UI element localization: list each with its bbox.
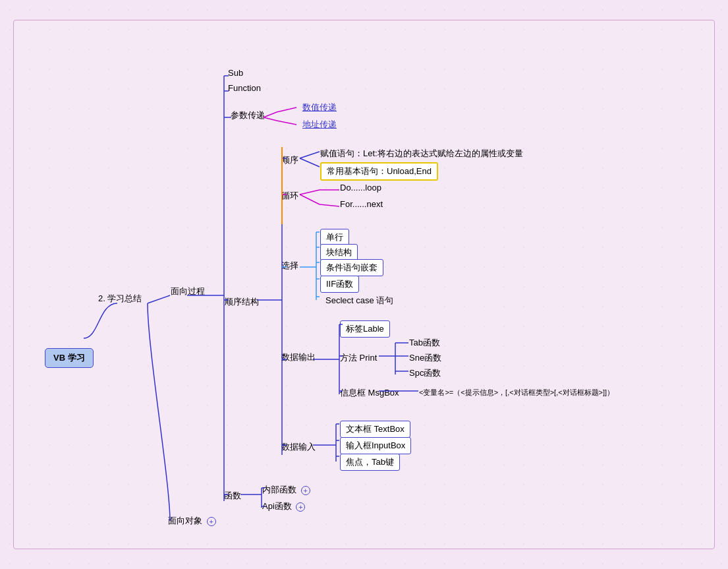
mian-xiang-duixiang-node: 面向对象 + <box>168 515 216 527</box>
select-case-label: Seclect case 语句 <box>320 293 399 309</box>
shuzhi-chuandi-node: 数值传递 <box>297 100 342 115</box>
mian-xiang-guocheng-label: 面向过程 <box>171 285 205 297</box>
neibu-hanshu-expand[interactable]: + <box>301 486 310 495</box>
xunhuan-label: 循环 <box>281 190 298 202</box>
changyong-yuju-label: 常用基本语句：Unload,End <box>320 162 438 181</box>
sub-node: Sub <box>228 68 243 78</box>
mian-xiang-duixiang-label: 面向对象 <box>168 515 202 527</box>
msgbox-label: 信息框 MsgBox <box>340 387 399 399</box>
jiaodian-tab-node: 焦点，Tab键 <box>340 454 400 471</box>
mian-xiang-guocheng-node: 面向过程 <box>171 285 205 297</box>
sne-hanshu-node: Sne函数 <box>409 352 441 364</box>
tab-hanshu-label: Tab函数 <box>409 337 440 349</box>
xuexi-zongjie-node: 2. 学习总结 <box>98 293 142 305</box>
hanshu-label: 函数 <box>224 490 241 502</box>
inputbox-node: 输入框InputBox <box>340 437 411 454</box>
shuju-shuchu-node: 数据输出 <box>281 351 316 363</box>
inputbox-label: 输入框InputBox <box>340 437 411 454</box>
for-next-label: For......next <box>340 199 383 209</box>
do-loop-label: Do......loop <box>340 183 381 193</box>
spc-hanshu-node: Spc函数 <box>409 367 441 379</box>
canshu-chuandi-node: 参数传递 <box>231 109 265 121</box>
xuexi-zongjie-label: 2. 学习总结 <box>98 293 142 305</box>
neibu-hanshu-label: 内部函数 <box>262 484 296 496</box>
msgbox-node: 信息框 MsgBox <box>340 387 399 399</box>
textbox-node: 文本框 TextBox <box>340 421 410 438</box>
shuzhi-chuandi-label: 数值传递 <box>297 100 342 115</box>
shunxu-label: 顺序 <box>281 154 298 166</box>
canshu-chuandi-label: 参数传递 <box>231 109 265 121</box>
sne-hanshu-label: Sne函数 <box>409 352 441 364</box>
jiaodian-tab-label: 焦点，Tab键 <box>340 454 400 471</box>
shunxu-jiegou-label: 顺序结构 <box>225 296 259 308</box>
root-label: VB 学习 <box>45 348 94 368</box>
xunhuan-node: 循环 <box>281 190 298 202</box>
shunxu-node: 顺序 <box>281 154 298 166</box>
hanshu-node: 函数 <box>224 490 241 502</box>
shuju-shuru-node: 数据输入 <box>281 441 316 453</box>
function-node: Function <box>228 83 261 93</box>
fuzhi-yuju-node: 赋值语句：Let:将右边的表达式赋给左边的属性或变量 <box>320 148 523 160</box>
spc-hanshu-label: Spc函数 <box>409 367 441 379</box>
iif-hanshu-node: IIF函数 <box>320 276 359 293</box>
shuju-shuru-label: 数据输入 <box>281 441 316 453</box>
iif-hanshu-label: IIF函数 <box>320 276 359 293</box>
for-next-node: For......next <box>340 199 383 209</box>
tab-hanshu-node: Tab函数 <box>409 337 440 349</box>
xuanze-node: 选择 <box>281 260 298 272</box>
api-hanshu-expand[interactable]: + <box>296 502 305 512</box>
api-hanshu-label: Api函数 <box>262 500 292 512</box>
tiaojian-qiantao-node: 条件语句嵌套 <box>320 259 383 276</box>
msgbox-syntax-label: <变量名>=（<提示信息>，[,<对话框类型>[,<对话框标题>]]） <box>419 388 614 398</box>
dizhi-chuandi-node: 地址传递 <box>297 117 342 133</box>
fuzhi-yuju-label: 赋值语句：Let:将右边的表达式赋给左边的属性或变量 <box>320 148 523 160</box>
textbox-label: 文本框 TextBox <box>340 421 410 438</box>
api-hanshu-node: Api函数 + <box>262 500 305 512</box>
mian-xiang-duixiang-expand[interactable]: + <box>207 517 216 526</box>
shuju-shuchu-label: 数据输出 <box>281 351 316 363</box>
root-node: VB 学习 <box>45 348 94 368</box>
fangfa-print-node: 方法 Print <box>340 352 377 364</box>
biaoqian-lable-label: 标签Lable <box>340 320 390 338</box>
msgbox-syntax-node: <变量名>=（<提示信息>，[,<对话框类型>[,<对话框标题>]]） <box>419 387 614 398</box>
function-label: Function <box>228 83 261 93</box>
neibu-hanshu-node: 内部函数 + <box>262 484 310 496</box>
biaoqian-lable-node: 标签Lable <box>340 320 390 338</box>
xuanze-label: 选择 <box>281 260 298 272</box>
sub-label: Sub <box>228 68 243 78</box>
shunxu-jiegou-node: 顺序结构 <box>225 296 259 308</box>
changyong-yuju-node: 常用基本语句：Unload,End <box>320 162 438 181</box>
dizhi-chuandi-label: 地址传递 <box>297 117 342 133</box>
select-case-node: Seclect case 语句 <box>320 293 399 309</box>
do-loop-node: Do......loop <box>340 183 381 193</box>
fangfa-print-label: 方法 Print <box>340 352 377 364</box>
tiaojian-qiantao-label: 条件语句嵌套 <box>320 259 383 276</box>
